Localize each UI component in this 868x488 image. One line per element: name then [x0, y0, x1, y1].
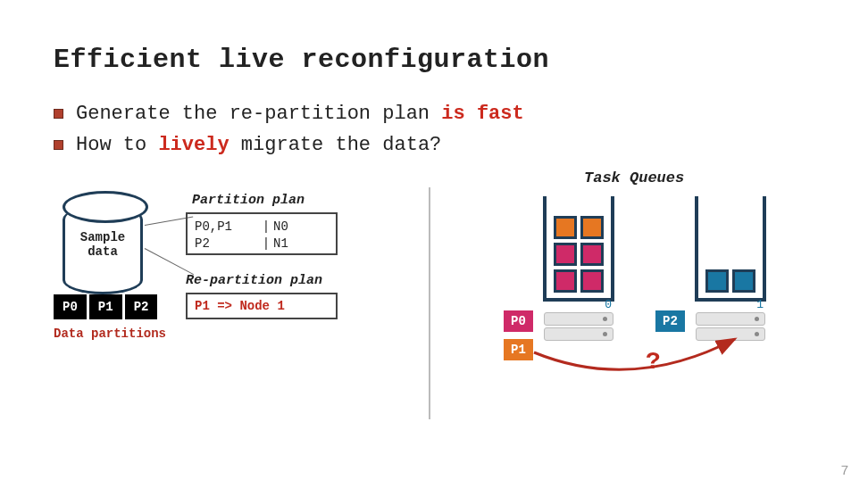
queue-row: [705, 269, 755, 293]
repartition-plan-label: Re-partition plan: [186, 273, 322, 288]
right-panel: Task Queues 0 1: [507, 187, 814, 437]
bullet-text: How to lively migrate the data?: [76, 129, 441, 161]
queue-1: [695, 196, 766, 302]
task-square-icon: [732, 269, 755, 293]
question-mark: ?: [646, 348, 661, 376]
diagram-body: Sample data Partition plan P0,P1 | N0 P2…: [54, 187, 814, 437]
cylinder-icon: Sample data: [63, 205, 143, 294]
task-square-icon: [554, 243, 577, 266]
task-square-icon: [705, 269, 729, 293]
partition-plan-label: Partition plan: [192, 193, 305, 208]
bullet-icon: [54, 140, 63, 150]
queue-row: [554, 216, 604, 239]
task-queues-title: Task Queues: [584, 170, 684, 186]
cylinder: Sample data: [63, 205, 143, 294]
partition-plan-box: P0,P1 | N0 P2 | N1: [186, 212, 338, 255]
task-square-icon: [554, 269, 577, 293]
server-index: 0: [605, 298, 612, 311]
partition-chip: P1: [89, 294, 125, 319]
partition-chip: P0: [54, 294, 89, 319]
repartition-plan-box: P1 => Node 1: [186, 293, 338, 319]
bullet-text: Generate the re-partition plan is fast: [76, 98, 524, 129]
partition-chip: P2: [125, 294, 158, 319]
slide: Efficient live reconfiguration Generate …: [0, 0, 868, 488]
task-square-icon: [554, 216, 577, 239]
tag-p0: P0: [504, 310, 533, 332]
vertical-divider: [429, 187, 430, 419]
partition-chips: P0 P1 P2: [54, 294, 157, 319]
pp-row: P0,P1 | N0: [195, 219, 329, 236]
task-square-icon: [580, 216, 604, 239]
partitions-caption: Data partitions: [54, 327, 166, 341]
page-number: 7: [841, 462, 848, 477]
queue-row: [554, 243, 604, 266]
pp-row: P2 | N1: [195, 236, 329, 252]
bullet-list: Generate the re-partition plan is fast H…: [54, 98, 814, 161]
task-square-icon: [580, 243, 604, 266]
bullet-icon: [54, 109, 63, 119]
server-index: 1: [756, 298, 764, 311]
bullet-item: Generate the re-partition plan is fast: [54, 98, 814, 129]
queue-row: [554, 269, 604, 293]
cylinder-label: Sample data: [65, 230, 140, 259]
task-square-icon: [580, 269, 604, 293]
slide-title: Efficient live reconfiguration: [54, 45, 814, 75]
tag-p2: P2: [655, 310, 685, 332]
queue-0: [543, 196, 614, 302]
bullet-item: How to lively migrate the data?: [54, 129, 814, 161]
left-panel: Sample data Partition plan P0,P1 | N0 P2…: [54, 187, 384, 437]
